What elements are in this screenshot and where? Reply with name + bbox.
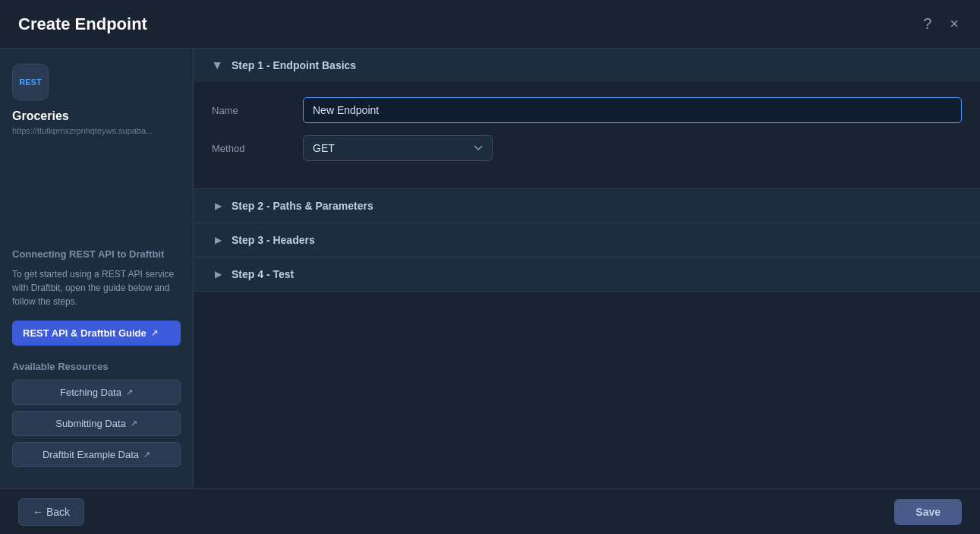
step2-title: Step 2 - Paths & Parameters bbox=[232, 200, 373, 212]
main-layout: REST Groceries https://ttutkprnxzrpnhqte… bbox=[0, 49, 980, 488]
step3-header[interactable]: ▶ Step 3 - Headers bbox=[194, 223, 980, 257]
header-actions: ? × bbox=[920, 12, 962, 36]
resources-title: Available Resources bbox=[12, 361, 181, 372]
ext-link-icon-1: ↗ bbox=[126, 387, 133, 397]
name-label: Name bbox=[212, 105, 303, 116]
guide-button-label: REST API & Draftbit Guide bbox=[23, 327, 147, 339]
save-button[interactable]: Save bbox=[894, 499, 962, 525]
footer: ← Back Save bbox=[0, 488, 980, 534]
step4-section: ▶ Step 4 - Test bbox=[194, 258, 980, 292]
resource-example-label: Draftbit Example Data bbox=[43, 449, 139, 460]
resource-example-data[interactable]: Draftbit Example Data ↗ bbox=[12, 442, 181, 467]
back-label: ← Back bbox=[33, 506, 70, 518]
step2-chevron: ▶ bbox=[212, 200, 224, 212]
step1-content: Name Method GET POST PUT PATCH DELETE bbox=[194, 82, 980, 188]
close-button[interactable]: × bbox=[947, 12, 962, 36]
step2-section: ▶ Step 2 - Paths & Parameters bbox=[194, 189, 980, 223]
app-logo: REST bbox=[12, 64, 49, 100]
resource-submitting-data[interactable]: Submitting Data ↗ bbox=[12, 411, 181, 436]
save-label: Save bbox=[915, 506, 941, 518]
back-button[interactable]: ← Back bbox=[18, 498, 84, 526]
help-button[interactable]: ? bbox=[920, 12, 934, 36]
app-url: https://ttutkprnxzrpnhqteyws.supaba... bbox=[12, 126, 181, 135]
external-link-icon: ↗ bbox=[151, 328, 158, 338]
ext-link-icon-2: ↗ bbox=[131, 419, 137, 428]
step4-title: Step 4 - Test bbox=[232, 268, 294, 280]
name-input[interactable] bbox=[303, 97, 962, 123]
step3-section: ▶ Step 3 - Headers bbox=[194, 223, 980, 258]
dialog-title: Create Endpoint bbox=[18, 14, 147, 34]
content-area: ▶ Step 1 - Endpoint Basics Name Method G… bbox=[194, 49, 980, 488]
ext-link-icon-3: ↗ bbox=[143, 450, 150, 460]
method-label: Method bbox=[212, 143, 303, 154]
rest-guide-button[interactable]: REST API & Draftbit Guide ↗ bbox=[12, 321, 181, 346]
step1-header[interactable]: ▶ Step 1 - Endpoint Basics bbox=[194, 49, 980, 82]
close-icon: × bbox=[950, 15, 959, 33]
step4-chevron: ▶ bbox=[212, 268, 224, 280]
guide-description: To get started using a REST API service … bbox=[12, 267, 181, 308]
step1-section: ▶ Step 1 - Endpoint Basics Name Method G… bbox=[194, 49, 980, 189]
step3-chevron: ▶ bbox=[212, 234, 224, 246]
resource-fetching-label: Fetching Data bbox=[60, 387, 121, 398]
step1-title: Step 1 - Endpoint Basics bbox=[232, 59, 356, 71]
step4-header[interactable]: ▶ Step 4 - Test bbox=[194, 258, 980, 291]
app-name: Groceries bbox=[12, 109, 181, 123]
step1-chevron: ▶ bbox=[212, 59, 224, 71]
resource-submitting-label: Submitting Data bbox=[55, 418, 126, 429]
resource-fetching-data[interactable]: Fetching Data ↗ bbox=[12, 380, 181, 405]
sidebar: REST Groceries https://ttutkprnxzrpnhqte… bbox=[0, 49, 194, 488]
method-row: Method GET POST PUT PATCH DELETE bbox=[212, 135, 962, 161]
step3-title: Step 3 - Headers bbox=[232, 234, 315, 246]
dialog-header: Create Endpoint ? × bbox=[0, 0, 980, 49]
step2-header[interactable]: ▶ Step 2 - Paths & Parameters bbox=[194, 189, 980, 223]
help-icon: ? bbox=[923, 15, 931, 33]
name-row: Name bbox=[212, 97, 962, 123]
guide-section-title: Connecting REST API to Draftbit bbox=[12, 248, 181, 260]
method-select[interactable]: GET POST PUT PATCH DELETE bbox=[303, 135, 493, 161]
